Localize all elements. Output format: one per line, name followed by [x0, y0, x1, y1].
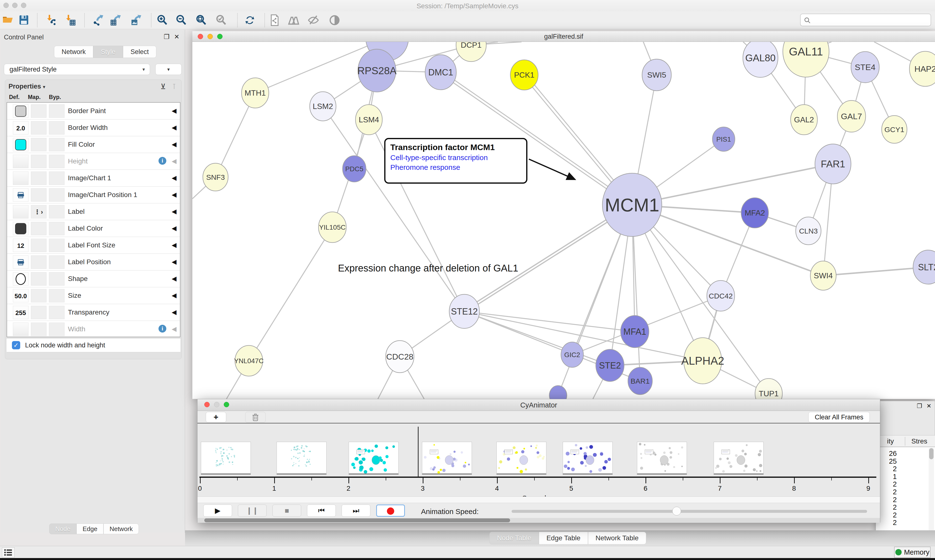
save-session-icon[interactable]	[18, 14, 30, 26]
network-node-PIS1[interactable]: PIS1	[713, 127, 735, 151]
property-row-label[interactable]: ⋮›Label◀	[7, 203, 180, 220]
bypass-cell[interactable]	[49, 205, 65, 218]
properties-header[interactable]: Properties ▾	[9, 83, 45, 90]
mapping-cell[interactable]	[31, 171, 46, 185]
animation-frame-3[interactable]	[422, 442, 472, 475]
expand-row-icon[interactable]: ◀	[172, 191, 176, 198]
network-node-CDC42[interactable]: CDC42	[707, 280, 734, 311]
expand-row-icon[interactable]: ◀	[172, 258, 176, 266]
network-node-PCK1[interactable]: PCK1	[510, 60, 538, 90]
info-icon[interactable]: i	[159, 157, 166, 165]
default-value-cell[interactable]: 50.0	[13, 289, 28, 302]
add-frame-button[interactable]: +	[206, 412, 226, 423]
animation-frame-0[interactable]	[201, 442, 251, 475]
show-eye-icon[interactable]	[329, 14, 340, 26]
network-node-GAL11[interactable]: GAL11	[783, 42, 829, 77]
network-edge[interactable]	[632, 164, 833, 205]
zoom-fit-icon[interactable]	[196, 14, 207, 26]
panel-list-button[interactable]	[2, 547, 15, 558]
timeline-playhead[interactable]	[418, 427, 418, 477]
bypass-cell[interactable]	[49, 289, 65, 302]
timeline-scrollbar[interactable]	[197, 518, 880, 523]
network-node-MFA1[interactable]: MFA1	[621, 315, 649, 348]
search-input[interactable]	[815, 15, 927, 25]
annotation-link[interactable]: Pheromone response	[390, 163, 521, 171]
default-value-cell[interactable]	[13, 138, 28, 151]
tab-network-table[interactable]: Network Table	[588, 532, 646, 545]
bypass-cell[interactable]	[49, 105, 65, 118]
bypass-cell[interactable]	[49, 222, 65, 235]
network-node-SWI4[interactable]: SWI4	[810, 261, 836, 290]
property-row-border-paint[interactable]: Border Paint◀	[7, 103, 180, 120]
animation-frame-2[interactable]	[349, 442, 399, 475]
network-node-SNF3[interactable]: SNF3	[203, 163, 228, 191]
network-node-FAR1[interactable]: FAR1	[815, 144, 851, 184]
tab-style[interactable]: Style	[93, 46, 123, 58]
bypass-cell[interactable]	[49, 255, 65, 269]
style-tab-network[interactable]: Network	[103, 523, 139, 534]
network-node-MTH1[interactable]: MTH1	[242, 78, 269, 108]
bypass-cell[interactable]	[49, 306, 65, 319]
network-node-LSM2[interactable]: LSM2	[310, 92, 336, 121]
default-value-cell[interactable]: 2.0	[13, 121, 28, 134]
export-network-icon[interactable]	[93, 14, 104, 26]
mapping-cell[interactable]	[31, 238, 46, 252]
network-node-GAL80[interactable]: GAL80	[743, 42, 778, 77]
property-row-height[interactable]: Heighti◀	[7, 153, 180, 170]
property-row-label-color[interactable]: Label Color◀	[7, 220, 180, 237]
bypass-cell[interactable]	[49, 138, 65, 151]
default-value-cell[interactable]	[13, 155, 28, 168]
float-window-icon[interactable]: ❐	[917, 403, 922, 409]
tab-node-table[interactable]: Node Table	[489, 532, 539, 545]
network-node-RPS28A[interactable]: RPS28A	[357, 49, 397, 92]
mapping-cell[interactable]	[31, 306, 46, 319]
info-icon[interactable]: i	[159, 325, 166, 332]
bypass-cell[interactable]	[49, 171, 65, 185]
style-tab-node[interactable]: Node	[49, 523, 76, 534]
mapping-cell[interactable]	[31, 155, 46, 168]
network-edge[interactable]	[823, 267, 928, 275]
mapping-cell[interactable]	[31, 121, 46, 134]
network-node-small1[interactable]	[549, 386, 567, 399]
collapse-all-icon[interactable]: ⊻	[160, 82, 166, 91]
default-value-cell[interactable]	[13, 272, 28, 286]
style-tab-edge[interactable]: Edge	[76, 523, 103, 534]
expand-row-icon[interactable]: ◀	[172, 208, 176, 215]
default-value-cell[interactable]	[13, 255, 28, 269]
expand-row-icon[interactable]: ◀	[172, 124, 176, 131]
animation-frame-5[interactable]	[563, 442, 613, 475]
tab-select[interactable]: Select	[123, 46, 156, 58]
network-edge[interactable]	[323, 106, 464, 311]
expand-row-icon[interactable]: ◀	[172, 225, 176, 232]
float-window-icon[interactable]: ❐	[162, 33, 171, 41]
export-image-icon[interactable]	[131, 14, 142, 26]
zoom-in-icon[interactable]	[157, 14, 168, 26]
network-node-ALPHA2[interactable]: ALPHA2	[681, 338, 724, 384]
network-node-DMC1[interactable]: DMC1	[425, 55, 456, 90]
export-table-icon[interactable]	[110, 14, 122, 26]
bypass-cell[interactable]	[49, 155, 65, 168]
column-header[interactable]: ity	[887, 437, 894, 445]
default-value-cell[interactable]	[13, 323, 28, 336]
animation-speed-slider[interactable]	[512, 510, 867, 513]
default-value-cell[interactable]	[13, 171, 28, 185]
animation-frame-7[interactable]	[714, 442, 764, 475]
zoom-out-icon[interactable]	[176, 14, 187, 26]
default-value-cell[interactable]	[13, 222, 28, 235]
stop-button[interactable]: ■	[273, 505, 301, 517]
network-node-STE4[interactable]: STE4	[851, 52, 879, 83]
expand-row-icon[interactable]: ◀	[172, 174, 176, 182]
property-row-transparency[interactable]: 255Transparency◀	[7, 304, 180, 321]
animation-frame-6[interactable]	[637, 442, 687, 475]
annotation-link[interactable]: Cell-type-specific transcription	[390, 154, 521, 162]
mcm1-annotation-box[interactable]: Transcription factor MCM1 Cell-type-spec…	[384, 138, 528, 184]
bypass-cell[interactable]	[49, 188, 65, 202]
mapping-cell[interactable]	[31, 323, 46, 336]
mapping-cell[interactable]	[31, 255, 46, 269]
import-network-icon[interactable]	[45, 14, 57, 26]
network-node-LSM4[interactable]: LSM4	[355, 105, 382, 135]
tab-edge-table[interactable]: Edge Table	[539, 532, 588, 545]
mapping-cell[interactable]: ⋮›	[31, 205, 46, 218]
network-node-YNL047C[interactable]: YNL047C	[234, 345, 264, 376]
pause-button[interactable]: ❙❙	[238, 505, 267, 517]
